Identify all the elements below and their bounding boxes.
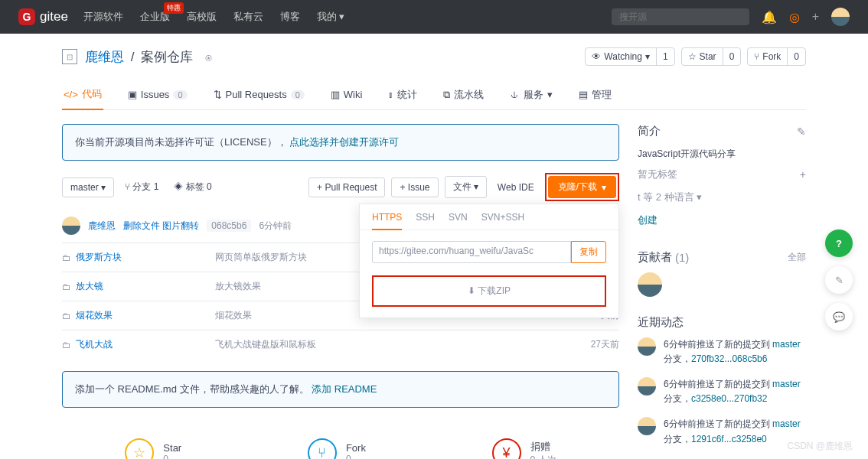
tab-wiki[interactable]: ▥ Wiki: [329, 80, 364, 109]
tab-stats[interactable]: ⫾ 统计: [387, 80, 419, 109]
commit-avatar: [62, 216, 80, 235]
new-issue-button[interactable]: + Issue: [391, 177, 438, 197]
clone-button[interactable]: 克隆/下载 ▾: [548, 176, 616, 198]
zip-highlight: ⬇ 下载ZIP: [372, 275, 606, 307]
chat-button[interactable]: 💬: [825, 303, 853, 330]
contrib-title: 贡献者: [638, 250, 672, 265]
clone-tab-svn[interactable]: SVN: [449, 212, 468, 230]
repo-title: 鹿维恩 / 案例仓库: [85, 48, 193, 66]
help-button[interactable]: ?: [825, 230, 853, 257]
activity-avatar: [638, 417, 656, 435]
folder-icon: 🗀: [62, 311, 71, 321]
clone-highlight: 克隆/下载 ▾: [545, 173, 619, 201]
tab-service[interactable]: ⫝ 服务 ▾: [508, 80, 554, 109]
avatar[interactable]: [831, 8, 850, 26]
download-zip-button[interactable]: ⬇ 下载ZIP: [375, 278, 603, 304]
activity-avatar: [638, 337, 656, 356]
nav-opensource[interactable]: 开源软件: [83, 10, 123, 24]
activity-item: 6分钟前推送了新的提交到 master 分支，c3258e0...270fb32: [638, 377, 806, 406]
feedback-button[interactable]: ✎: [825, 266, 853, 294]
logo[interactable]: G gitee: [18, 8, 68, 25]
clone-tab-ssh[interactable]: SSH: [416, 212, 435, 230]
tab-pr[interactable]: ⇅ Pull Requests 0: [212, 80, 306, 109]
repo-name[interactable]: 案例仓库: [141, 50, 193, 64]
intro-text: JavaScript开源代码分享: [638, 146, 806, 163]
nav-mine[interactable]: 我的 ▾: [317, 10, 345, 24]
activity-title: 近期动态: [638, 315, 806, 330]
tab-pipeline[interactable]: ⧉ 流水线: [442, 80, 485, 109]
logo-text: gitee: [40, 9, 68, 24]
contributor-avatar[interactable]: [638, 272, 662, 297]
commit-time: 6分钟前: [259, 220, 292, 233]
commit-author[interactable]: 鹿维恩: [88, 220, 116, 233]
tags-link[interactable]: ◈ 标签 0: [169, 177, 216, 197]
no-tags: 暂无标签: [638, 168, 677, 181]
license-notice: 你当前开源项目尚未选择许可证（LICENSE）， 点此选择并创建开源许可: [62, 124, 619, 161]
add-tag-icon[interactable]: +: [800, 168, 806, 181]
repo-tabs: </> 代码 ▣ Issues 0 ⇅ Pull Requests 0 ▥ Wi…: [62, 80, 806, 110]
clone-tab-https[interactable]: HTTPS: [372, 212, 402, 230]
contrib-all[interactable]: 全部: [788, 251, 806, 264]
nav-edu[interactable]: 高校版: [187, 10, 217, 24]
tab-code[interactable]: </> 代码: [62, 80, 103, 110]
lang-info[interactable]: t 等 2 种语言 ▾: [638, 190, 702, 204]
file-name[interactable]: 烟花效果: [76, 309, 113, 322]
activity-hash[interactable]: c3258e0...270fb32: [691, 393, 767, 404]
star-button[interactable]: ☆ Star0: [681, 47, 742, 66]
clone-tab-svnssh[interactable]: SVN+SSH: [481, 212, 524, 230]
file-name[interactable]: 俄罗斯方块: [76, 251, 122, 264]
watch-button[interactable]: 👁 Watching ▾1: [585, 47, 674, 66]
fork-button[interactable]: ⑂ Fork0: [747, 47, 806, 66]
donate-icon: ¥: [492, 438, 521, 459]
activity-avatar: [638, 377, 656, 396]
activity-item: 6分钟前推送了新的提交到 master 分支，270fb32...068c5b6: [638, 337, 806, 366]
commit-sha[interactable]: 068c5b6: [207, 220, 251, 232]
file-button[interactable]: 文件 ▾: [445, 176, 487, 198]
repo-owner[interactable]: 鹿维恩: [85, 50, 124, 64]
compass-icon[interactable]: ◎: [789, 10, 800, 24]
hot-badge: 特惠: [164, 2, 184, 14]
repo-icon: ⊡: [62, 49, 77, 64]
logo-icon: G: [18, 8, 35, 25]
tab-issues[interactable]: ▣ Issues 0: [126, 80, 189, 109]
webide-button[interactable]: Web IDE: [493, 178, 539, 197]
readme-notice: 添加一个 README.md 文件，帮助感兴趣的人了解。 添加 README: [62, 371, 619, 408]
activity-hash[interactable]: 1291c6f...c3258e0: [691, 434, 767, 444]
folder-icon: 🗀: [62, 282, 71, 292]
branch-select[interactable]: master ▾: [62, 177, 114, 197]
watermark: CSDN @鹿维恩: [787, 440, 853, 453]
add-readme-link[interactable]: 添加 README: [312, 383, 377, 395]
gvp-icon: ⍟: [205, 50, 212, 63]
file-name[interactable]: 飞机大战: [76, 338, 113, 351]
activity-branch[interactable]: master: [772, 418, 801, 429]
file-msg: 飞机大战键盘版和鼠标板: [215, 338, 591, 351]
file-time: 27天前: [591, 338, 619, 351]
nav-enterprise[interactable]: 企业版特惠: [140, 10, 170, 24]
edit-icon[interactable]: ✎: [797, 125, 806, 138]
clone-url-input[interactable]: https://gitee.com/huang_weifu/JavaSc: [372, 241, 571, 263]
nav-private[interactable]: 私有云: [233, 10, 263, 24]
folder-icon: 🗀: [62, 340, 71, 350]
file-row[interactable]: 🗀飞机大战飞机大战键盘版和鼠标板27天前: [62, 330, 619, 359]
star-icon: ☆: [125, 438, 154, 459]
folder-icon: 🗀: [62, 252, 71, 263]
tab-admin[interactable]: ▤ 管理: [577, 80, 613, 109]
plus-icon[interactable]: +: [812, 10, 819, 24]
new-pr-button[interactable]: + Pull Request: [308, 177, 385, 197]
intro-title: 简介: [638, 124, 661, 138]
branches-link[interactable]: ⑂ 分支 1: [120, 177, 163, 197]
activity-hash[interactable]: 270fb32...068c5b6: [691, 353, 767, 364]
activity-item: 6分钟前推送了新的提交到 master 分支，1291c6f...c3258e0: [638, 417, 806, 446]
clone-panel: HTTPS SSH SVN SVN+SSH https://gitee.com/…: [359, 203, 619, 318]
file-name[interactable]: 放大镜: [76, 280, 103, 293]
commit-message[interactable]: 删除文件 图片翻转: [123, 220, 199, 233]
nav-blog[interactable]: 博客: [280, 10, 300, 24]
activity-branch[interactable]: master: [772, 339, 801, 350]
copy-button[interactable]: 复制: [571, 241, 606, 263]
create-link[interactable]: 创建: [638, 213, 658, 227]
bell-icon[interactable]: 🔔: [762, 10, 777, 24]
license-link[interactable]: 点此选择并创建开源许可: [289, 136, 399, 148]
search-input[interactable]: [619, 11, 742, 22]
activity-branch[interactable]: master: [772, 379, 801, 389]
search-box[interactable]: [612, 8, 749, 25]
